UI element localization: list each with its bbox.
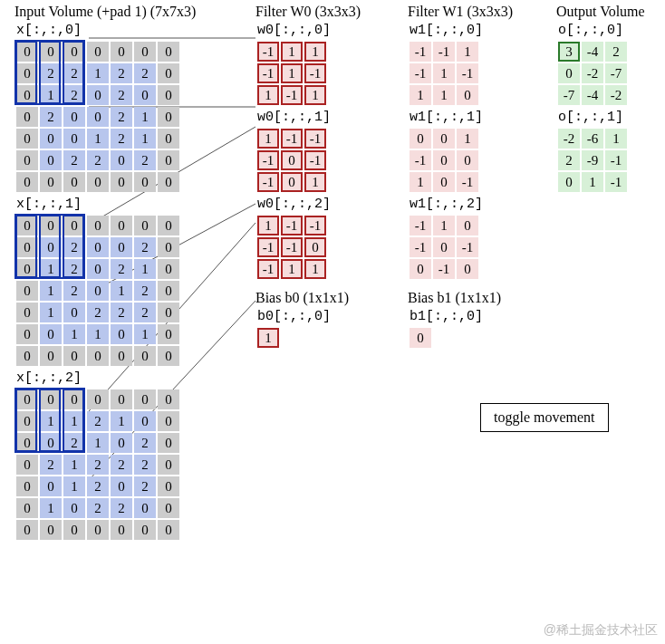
cell: 2 [605, 42, 627, 62]
cell: 2 [63, 259, 85, 279]
cell: 2 [134, 433, 156, 453]
cell: 0 [134, 85, 156, 105]
cell: 1 [281, 42, 303, 62]
cell: 2 [111, 259, 132, 279]
o1-label: o[:,:,1] [558, 110, 645, 125]
cell: -4 [582, 42, 603, 62]
cell: 0 [40, 476, 62, 496]
cell: 2 [40, 455, 62, 475]
cell: 0 [40, 389, 62, 409]
cell: 0 [16, 476, 38, 496]
cell: 0 [111, 150, 132, 170]
cell: 0 [158, 85, 179, 105]
cell: 0 [16, 107, 38, 127]
cell: -1 [257, 259, 279, 279]
cell: 1 [281, 259, 303, 279]
output-grid-0: 3-420-2-7-7-4-2 [556, 40, 629, 107]
cell: 1 [40, 85, 62, 105]
cell: 0 [111, 172, 132, 192]
cell: 0 [87, 346, 109, 366]
cell: 1 [304, 259, 326, 279]
b0-label: b0[:,:,0] [257, 309, 361, 324]
cell: 0 [16, 303, 38, 322]
filter1-section: Filter W1 (3x3x3) w1[:,:,0] -1-11-11-111… [408, 4, 513, 350]
cell: 0 [87, 237, 109, 257]
cell: 0 [40, 42, 62, 62]
cell: 0 [158, 346, 179, 366]
cell: 2 [40, 63, 62, 83]
cell: -1 [281, 237, 303, 257]
cell: 0 [433, 150, 455, 170]
bias0-grid: 1 [255, 326, 281, 350]
cell: -2 [582, 63, 603, 83]
cell: 0 [87, 107, 109, 127]
output-heading: Output Volume [556, 4, 645, 20]
cell: 1 [111, 281, 132, 301]
cell: 0 [158, 433, 179, 453]
watermark-text: @稀土掘金技术社区 [544, 622, 658, 639]
cell: -1 [410, 63, 431, 83]
cell: -4 [582, 85, 603, 105]
cell: 0 [410, 259, 431, 279]
cell: 2 [134, 303, 156, 322]
cell: 2 [63, 433, 85, 453]
cell: 1 [410, 85, 431, 105]
w01-label: w0[:,:,1] [257, 110, 361, 125]
cell: 0 [433, 237, 455, 257]
cell: 0 [134, 411, 156, 431]
cell: -1 [257, 63, 279, 83]
o0-label: o[:,:,0] [558, 23, 645, 38]
cell: 1 [304, 85, 326, 105]
cell: 0 [158, 520, 179, 540]
cell: 0 [16, 411, 38, 431]
cell: 0 [111, 324, 132, 344]
cell: 0 [111, 433, 132, 453]
cell: -1 [410, 237, 431, 257]
filter0-heading: Filter W0 (3x3x3) [255, 4, 361, 20]
cell: -1 [281, 129, 303, 149]
cell: 1 [281, 63, 303, 83]
cell: 0 [16, 150, 38, 170]
cell: 0 [457, 150, 478, 170]
filter0-grid-0: -111-11-11-11 [255, 40, 328, 107]
cell: 0 [158, 411, 179, 431]
cell: 1 [457, 42, 478, 62]
cell: 0 [16, 129, 38, 149]
cell: 2 [558, 150, 580, 170]
w10-label: w1[:,:,0] [410, 23, 513, 38]
input-section: Input Volume (+pad 1) (7x7x3) x[:,:,0] 0… [14, 4, 196, 542]
cell: 0 [111, 476, 132, 496]
filter1-grid-1: 001-10010-1 [408, 127, 480, 194]
bias0-heading: Bias b0 (1x1x1) [255, 290, 361, 306]
cell: 2 [134, 455, 156, 475]
input-grid-0: 0000000022122001202000200210000121000220… [14, 40, 181, 194]
cell: 0 [87, 85, 109, 105]
cell: 0 [433, 172, 455, 192]
cell: 1 [63, 476, 85, 496]
cell: 0 [281, 172, 303, 192]
cell: 0 [16, 433, 38, 453]
cell: -1 [281, 216, 303, 235]
cell: 1 [134, 324, 156, 344]
cell: -1 [457, 172, 478, 192]
cell: 2 [111, 455, 132, 475]
cell: 0 [134, 216, 156, 235]
cell: 0 [158, 237, 179, 257]
cell: 1 [134, 107, 156, 127]
cell: 1 [87, 129, 109, 149]
cell: -7 [558, 85, 580, 105]
w12-label: w1[:,:,2] [410, 197, 513, 212]
cell: 2 [87, 455, 109, 475]
cell: 0 [111, 216, 132, 235]
cell: 0 [304, 237, 326, 257]
cell: -1 [457, 237, 478, 257]
cell: 2 [40, 107, 62, 127]
cell: 0 [158, 303, 179, 322]
cell: 0 [158, 63, 179, 83]
b1-label: b1[:,:,0] [410, 309, 513, 324]
toggle-movement-button[interactable]: toggle movement [480, 403, 609, 432]
cell: 2 [87, 411, 109, 431]
cell: 0 [158, 259, 179, 279]
cell: 1 [87, 324, 109, 344]
input-grid-2: 0000000011210000210200212220001202001022… [14, 388, 181, 542]
